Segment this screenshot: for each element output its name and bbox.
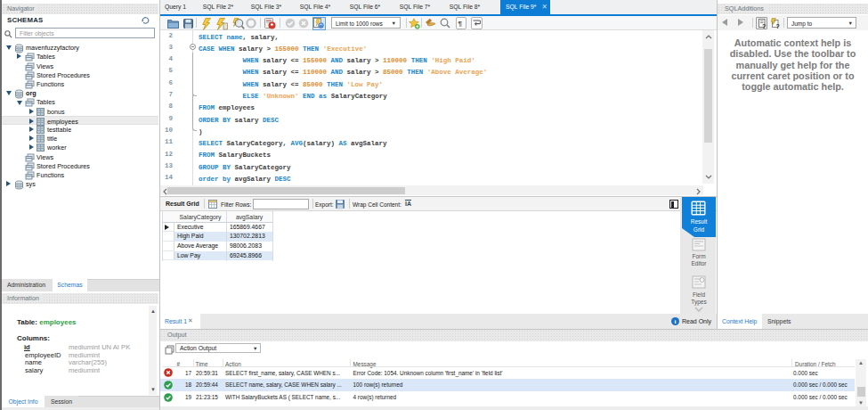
svg-text:?: ?	[776, 23, 780, 29]
svg-text:?: ?	[762, 23, 766, 29]
